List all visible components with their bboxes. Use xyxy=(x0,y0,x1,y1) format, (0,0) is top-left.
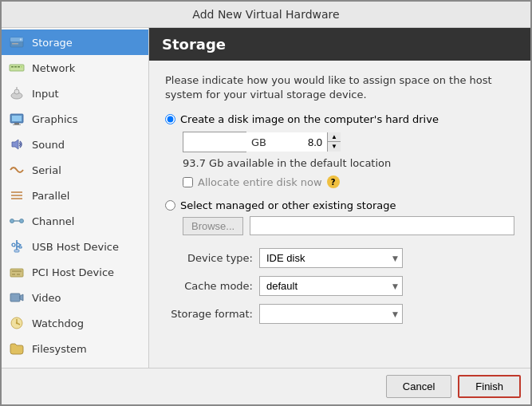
sidebar-label-input: Input xyxy=(32,88,59,100)
create-disk-radio[interactable] xyxy=(165,114,175,124)
main-panel: Storage Please indicate how you would li… xyxy=(149,28,530,368)
create-disk-option: Create a disk image on the computer's ha… xyxy=(165,113,514,125)
svg-rect-3 xyxy=(12,43,18,45)
svg-point-10 xyxy=(14,89,19,94)
available-space-text: 93.7 Gb available in the default locatio… xyxy=(183,157,514,169)
hint-icon[interactable]: ? xyxy=(327,175,340,188)
dialog-body: Storage Network xyxy=(2,28,530,368)
svg-point-23 xyxy=(12,243,15,246)
watchdog-icon xyxy=(8,314,26,332)
svg-rect-25 xyxy=(14,250,19,252)
browse-button[interactable]: Browse... xyxy=(183,217,243,235)
sidebar-item-watchdog[interactable]: Watchdog xyxy=(2,310,148,336)
sidebar-item-video[interactable]: Video xyxy=(2,285,148,310)
select-storage-radio[interactable] xyxy=(165,200,175,211)
sidebar-item-storage[interactable]: Storage xyxy=(2,30,148,55)
sidebar-item-parallel[interactable]: Parallel xyxy=(2,183,148,208)
svg-marker-31 xyxy=(20,294,23,301)
storage-format-select-wrapper[interactable]: qcow2 raw xyxy=(259,304,403,324)
storage-format-label: Storage format: xyxy=(165,308,253,320)
network-icon xyxy=(8,59,26,77)
disk-size-unit: GB xyxy=(251,136,266,148)
sidebar-label-graphics: Graphics xyxy=(32,113,77,125)
browse-path-input[interactable] xyxy=(250,216,514,235)
spinbox-down-button[interactable]: ▼ xyxy=(328,142,341,152)
device-type-label: Device type: xyxy=(165,252,253,264)
svg-marker-16 xyxy=(12,140,18,149)
sidebar-item-usb-host[interactable]: USB Host Device xyxy=(2,234,148,259)
device-type-select-wrapper[interactable]: IDE disk VirtIO disk SCSI disk xyxy=(259,248,403,268)
description-text: Please indicate how you would like to as… xyxy=(165,73,514,102)
dialog-footer: Cancel Finish xyxy=(2,368,530,404)
disk-size-row: ▲ ▼ GB xyxy=(183,132,514,152)
sidebar-label-storage: Storage xyxy=(32,37,73,49)
cancel-button[interactable]: Cancel xyxy=(386,375,451,398)
spinbox-buttons: ▲ ▼ xyxy=(327,132,341,152)
select-storage-label: Select managed or other existing storage xyxy=(180,199,396,211)
disk-size-spinbox[interactable]: ▲ ▼ xyxy=(183,132,246,152)
svg-point-35 xyxy=(16,322,18,324)
browse-row: Browse... xyxy=(183,216,514,235)
cache-mode-select[interactable]: default none writethrough writeback xyxy=(259,276,403,296)
allocate-checkbox-row: Allocate entire disk now ? xyxy=(183,175,514,188)
sidebar-item-serial[interactable]: Serial xyxy=(2,157,148,183)
sidebar-item-channel[interactable]: Channel xyxy=(2,208,148,234)
svg-rect-13 xyxy=(12,116,22,121)
svg-rect-27 xyxy=(12,270,22,272)
sound-icon xyxy=(8,136,26,153)
usb-host-icon xyxy=(8,238,26,255)
svg-rect-4 xyxy=(10,65,24,71)
sidebar-label-video: Video xyxy=(32,292,61,304)
cache-mode-label: Cache mode: xyxy=(165,280,253,292)
allocate-checkbox[interactable] xyxy=(183,177,193,187)
cache-mode-select-wrapper[interactable]: default none writethrough writeback xyxy=(259,276,403,296)
pci-host-icon xyxy=(8,263,26,281)
graphics-icon xyxy=(8,110,26,128)
filesystem-icon xyxy=(8,340,26,357)
svg-rect-30 xyxy=(10,294,20,302)
sidebar-label-serial: Serial xyxy=(32,164,61,176)
sidebar-item-pci-host[interactable]: PCI Host Device xyxy=(2,259,148,285)
svg-point-20 xyxy=(10,219,14,223)
sidebar-label-pci-host: PCI Host Device xyxy=(32,266,114,278)
sidebar-label-parallel: Parallel xyxy=(32,190,69,202)
input-icon xyxy=(8,85,26,102)
sidebar-label-usb-host: USB Host Device xyxy=(32,241,119,253)
svg-rect-28 xyxy=(12,274,15,275)
sidebar-item-network[interactable]: Network xyxy=(2,55,148,81)
allocate-label: Allocate entire disk now xyxy=(198,176,322,188)
svg-rect-29 xyxy=(17,274,20,275)
sidebar-item-input[interactable]: Input xyxy=(2,81,148,106)
sidebar-label-channel: Channel xyxy=(32,215,74,227)
svg-rect-15 xyxy=(13,124,21,125)
select-storage-option: Select managed or other existing storage xyxy=(165,199,514,211)
add-hardware-dialog: Add New Virtual Hardware Storage xyxy=(0,0,532,406)
svg-rect-14 xyxy=(14,123,19,124)
video-icon xyxy=(8,289,26,306)
sidebar-item-graphics[interactable]: Graphics xyxy=(2,106,148,132)
spinbox-up-button[interactable]: ▲ xyxy=(328,132,341,142)
device-type-row: Device type: IDE disk VirtIO disk SCSI d… xyxy=(165,248,514,268)
svg-point-21 xyxy=(20,219,24,223)
parallel-icon xyxy=(8,187,26,204)
section-header: Storage xyxy=(149,28,530,61)
sidebar-label-network: Network xyxy=(32,62,75,74)
device-type-select[interactable]: IDE disk VirtIO disk SCSI disk xyxy=(259,248,403,268)
storage-format-select[interactable]: qcow2 raw xyxy=(259,304,403,324)
svg-rect-7 xyxy=(18,66,20,68)
storage-format-row: Storage format: qcow2 raw xyxy=(165,304,514,324)
sidebar-item-smartcard[interactable]: Smartcard xyxy=(2,361,148,368)
sidebar-item-filesystem[interactable]: Filesystem xyxy=(2,336,148,361)
svg-rect-26 xyxy=(10,269,23,277)
svg-rect-8 xyxy=(21,66,22,68)
finish-button[interactable]: Finish xyxy=(458,375,521,398)
serial-icon xyxy=(8,161,26,179)
sidebar-item-sound[interactable]: Sound xyxy=(2,132,148,157)
dialog-title: Add New Virtual Hardware xyxy=(2,2,530,28)
create-disk-label: Create a disk image on the computer's ha… xyxy=(180,113,439,125)
sidebar-label-watchdog: Watchdog xyxy=(32,317,84,329)
sidebar-label-filesystem: Filesystem xyxy=(32,343,87,355)
svg-rect-5 xyxy=(11,66,14,68)
channel-icon xyxy=(8,212,26,230)
storage-icon xyxy=(8,34,26,51)
